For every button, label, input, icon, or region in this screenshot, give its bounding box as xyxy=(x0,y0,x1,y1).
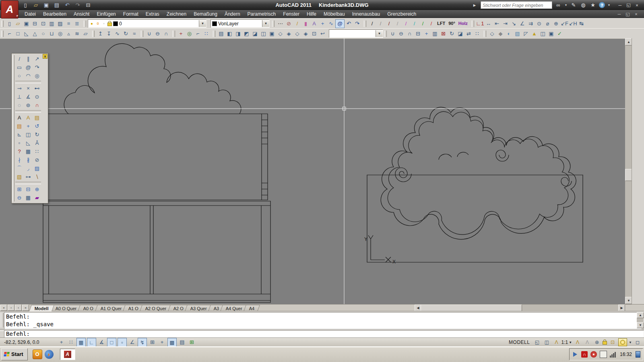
view-back-icon[interactable]: ▣ xyxy=(268,30,276,38)
layer-freeze-sun-icon[interactable]: ¤ xyxy=(95,21,100,26)
otrack-toggle[interactable]: ▫ xyxy=(118,338,127,347)
open-file-icon[interactable]: ▱ xyxy=(31,1,40,9)
osnap-toggle[interactable]: □ xyxy=(107,338,116,347)
search-binoculars-icon[interactable]: ∞ xyxy=(555,2,562,8)
antivirus-icon[interactable]: ∩ xyxy=(581,351,588,358)
copy-icon[interactable]: ▥ xyxy=(47,20,56,28)
circle-tool[interactable]: ○ xyxy=(15,72,24,80)
intersect-icon[interactable]: ∩ xyxy=(162,30,170,38)
revolve-icon[interactable]: ↻ xyxy=(122,30,130,38)
construction-line-tool[interactable]: ∥ xyxy=(24,55,33,63)
lengthen-tool[interactable]: ⊘ xyxy=(33,156,41,164)
layer-on-bulb-icon[interactable]: ● xyxy=(89,21,94,26)
offset-tool[interactable]: ⊾ xyxy=(15,130,24,139)
taskbar-autocad-button[interactable]: A xyxy=(60,349,75,360)
application-status-bulb-icon[interactable] xyxy=(618,338,627,346)
tab-a0-o-quer[interactable]: A0 O Quer xyxy=(50,305,82,311)
cone-icon[interactable]: △ xyxy=(31,30,39,38)
line-black-icon[interactable]: / xyxy=(368,20,376,28)
union-icon[interactable]: ∪ xyxy=(388,30,397,38)
sphere-icon[interactable]: ○ xyxy=(39,30,47,38)
dimension-tool[interactable]: ▤ xyxy=(15,122,24,130)
edge-box-icon[interactable]: ▣ xyxy=(547,30,555,38)
toolbar-lock-icon[interactable] xyxy=(603,341,607,345)
scroll-up-icon[interactable]: ▲ xyxy=(637,312,644,318)
annotation-visibility-icon[interactable]: Λ xyxy=(574,339,582,346)
layer-combobox[interactable]: ● ¤ ▫ 0 ▼ xyxy=(88,19,206,28)
new-file-icon[interactable]: ▯ xyxy=(5,20,14,28)
undo-icon[interactable]: ↶ xyxy=(63,1,72,9)
align-3d-icon[interactable]: + xyxy=(177,30,185,38)
extrude-faces-icon[interactable]: ⊟ xyxy=(414,30,422,38)
tray-blue-icon[interactable] xyxy=(636,351,640,358)
audit-check-icon[interactable]: ✓ xyxy=(555,30,564,38)
snap-toggle[interactable]: + xyxy=(57,338,66,346)
dim-aligned-icon[interactable]: ↘ xyxy=(510,20,518,28)
undo-icon[interactable]: ↶ xyxy=(345,20,353,28)
plot-icon[interactable]: ⊟ xyxy=(84,1,93,9)
menu-bemassung[interactable]: Bemaßung xyxy=(190,10,221,18)
pedit-tool[interactable]: ⊶ xyxy=(24,173,33,181)
command-history[interactable]: Befehl: Befehl: _qsave xyxy=(4,312,642,330)
chevron-down-icon[interactable]: ▼ xyxy=(629,341,632,344)
move-faces-icon[interactable]: + xyxy=(422,30,431,38)
chamfer-tool[interactable]: ◞ xyxy=(24,164,33,173)
snap-center-tool[interactable]: ⊙ xyxy=(33,93,41,101)
save-icon[interactable]: ▣ xyxy=(22,20,31,28)
view-iso-sw-icon[interactable]: ◇ xyxy=(276,30,285,38)
view-iso-ne-icon[interactable]: ◇ xyxy=(293,30,301,38)
mirror-tool[interactable]: ◫ xyxy=(24,130,33,139)
union-icon[interactable]: ∪ xyxy=(145,30,153,38)
named-views-icon[interactable]: ▤ xyxy=(217,30,225,38)
table-tool[interactable]: ▦ xyxy=(24,193,33,202)
copy-faces-icon[interactable]: ▥ xyxy=(431,30,439,38)
hardware-acceleration-ic on[interactable]: ⊡ xyxy=(609,339,617,346)
restore-button[interactable]: ◱ xyxy=(625,2,632,8)
paintbrush-icon[interactable]: ▮ xyxy=(301,20,310,28)
layer-vp-icon[interactable]: ▫ xyxy=(101,21,106,26)
quicklaunch-app-icon[interactable]: O xyxy=(33,350,42,359)
horizontal-scrollbar[interactable]: ◀ ▶ xyxy=(415,304,625,311)
match-properties-icon[interactable]: A xyxy=(310,20,318,28)
shaded-style-icon[interactable]: ◐ xyxy=(505,30,513,38)
arc-tool[interactable]: ◠ xyxy=(24,72,33,80)
hatch-edit-tool[interactable]: ▧ xyxy=(15,173,24,181)
menu-zeichnen[interactable]: Zeichnen xyxy=(163,10,190,18)
view-combobox[interactable]: ▼ xyxy=(329,29,383,38)
lineweight-toggle[interactable]: ⊞ xyxy=(148,338,157,346)
dim-diameter-icon[interactable]: ⌀ xyxy=(543,20,552,28)
drawing-canvas[interactable]: Y X xyxy=(0,38,625,304)
move-tool[interactable]: + xyxy=(24,122,33,130)
brush-tool[interactable]: ∖ xyxy=(33,173,41,181)
array-polar-tool[interactable]: ∷ xyxy=(33,147,41,156)
menu-format[interactable]: Format xyxy=(120,10,142,18)
leader-h-icon[interactable]: ↙H xyxy=(569,20,577,28)
view-iso-nw-icon[interactable]: ◈ xyxy=(301,30,310,38)
vertical-scrollbar[interactable]: ▲ ▼ xyxy=(625,38,632,304)
new-file-icon[interactable]: ▯ xyxy=(21,1,30,9)
mdi-minimize-button[interactable]: ─ xyxy=(615,11,623,17)
tab-a4[interactable]: A4 xyxy=(244,305,260,311)
dim-angular-icon[interactable]: ∠ xyxy=(518,20,526,28)
region-tool[interactable]: ⊚ xyxy=(24,101,33,109)
camera-icon[interactable]: ⊡ xyxy=(310,30,318,38)
view-right-icon[interactable]: ◪ xyxy=(251,30,259,38)
snap-midpoint-tool[interactable]: ⊷ xyxy=(33,84,41,93)
redo-icon[interactable]: ↷ xyxy=(353,20,361,28)
save-icon[interactable]: ▣ xyxy=(42,1,51,9)
selection-cycling-toggle[interactable]: ⊞ xyxy=(188,338,196,346)
rotate-copy-tool[interactable]: ↻ xyxy=(33,130,41,139)
chevron-down-icon[interactable]: ▼ xyxy=(262,20,269,27)
menu-ansicht[interactable]: Ansicht xyxy=(70,10,93,18)
chevron-down-icon[interactable]: ▼ xyxy=(199,20,206,27)
trim-tool[interactable]: ∤ xyxy=(15,156,24,164)
next-tab-icon[interactable]: › xyxy=(15,304,22,311)
text-tool[interactable]: A xyxy=(15,113,24,122)
pyramid-icon[interactable]: ▵ xyxy=(64,30,73,38)
grid-dots-toggle[interactable]: ∷ xyxy=(67,338,75,346)
edge-warn-icon[interactable]: ▲ xyxy=(530,30,539,38)
prev-tab-icon[interactable]: ‹ xyxy=(8,304,14,311)
layers-icon[interactable]: ≡ xyxy=(64,20,73,28)
plane-icon[interactable]: ▱ xyxy=(81,30,90,38)
tray-flag-icon[interactable] xyxy=(572,351,578,358)
